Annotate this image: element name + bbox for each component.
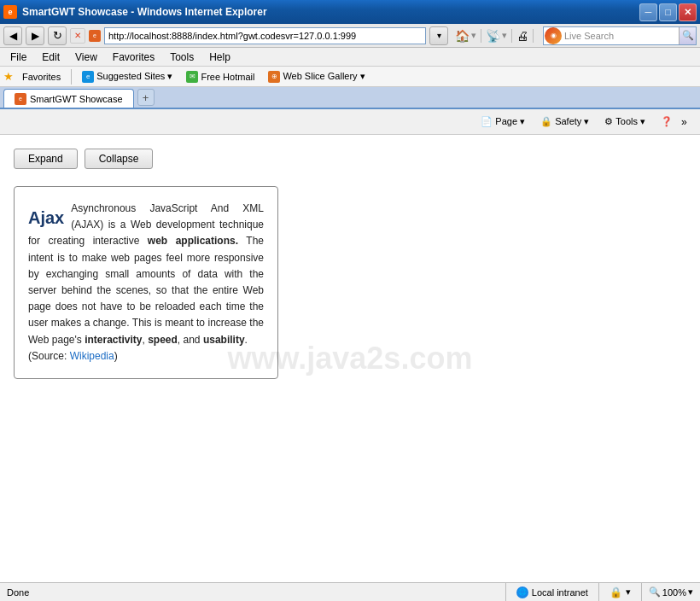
- security-dropdown[interactable]: ▾: [626, 586, 631, 598]
- zoom-icon: 🔍: [649, 586, 661, 598]
- status-right: 🌐 Local intranet 🔒 ▾ 🔍 100% ▾: [505, 583, 700, 601]
- speed-bold: speed: [148, 334, 178, 346]
- web-slice-icon: ⊕: [268, 71, 280, 83]
- close-paren: ): [114, 350, 118, 362]
- separator: [481, 29, 481, 43]
- free-hotmail-label: Free Hotmail: [201, 72, 254, 82]
- favorites-bar: ★ Favorites e Suggested Sites ▾ ✉ Free H…: [0, 67, 700, 87]
- tools-menu-button[interactable]: ⚙ Tools ▾: [598, 112, 652, 132]
- home-dropdown[interactable]: ▾: [471, 30, 476, 41]
- favorites-text: Favorites: [22, 72, 61, 82]
- stop-button[interactable]: ✕: [70, 28, 85, 44]
- minimize-button[interactable]: ─: [639, 3, 657, 21]
- menu-edit[interactable]: Edit: [35, 49, 67, 66]
- tab-label: SmartGWT Showcase: [30, 94, 123, 104]
- collapse-button[interactable]: Collapse: [85, 149, 154, 169]
- ajax-title: Ajax: [28, 204, 64, 231]
- suggested-sites-btn[interactable]: e Suggested Sites ▾: [77, 68, 178, 85]
- menu-favorites[interactable]: Favorites: [106, 49, 161, 66]
- web-applications-bold: web applications.: [148, 235, 238, 247]
- lock-icon: 🔒: [610, 586, 622, 598]
- tab-favicon: e: [15, 93, 26, 105]
- security-zone: 🔒 ▾: [598, 583, 641, 601]
- button-row: Expand Collapse: [14, 149, 686, 169]
- usability-bold: usability: [203, 334, 245, 346]
- print-button[interactable]: 🖨: [516, 29, 528, 43]
- tab-smartgwt[interactable]: e SmartGWT Showcase: [3, 89, 134, 108]
- xml-label: XML: [242, 202, 264, 214]
- ajax-content: Ajax Asynchronous JavaScript And XML (AJ…: [28, 201, 264, 365]
- command-bar: 📄 Page ▾ 🔒 Safety ▾ ⚙ Tools ▾ ❓ »: [0, 109, 700, 135]
- safety-menu-button[interactable]: 🔒 Safety ▾: [534, 112, 596, 132]
- url-display: http://localhost:8888/index.html?gwt.cod…: [108, 31, 356, 41]
- menu-bar: File Edit View Favorites Tools Help: [0, 48, 700, 67]
- menu-help[interactable]: Help: [202, 49, 237, 66]
- ajax-mid-text: The intent is to make web pages feel mor…: [28, 235, 264, 345]
- favorites-star-icon: ★: [3, 70, 14, 83]
- refresh-button[interactable]: ↻: [48, 26, 67, 45]
- maximize-button[interactable]: □: [659, 3, 677, 21]
- and-text: , and: [178, 334, 203, 346]
- favorites-label[interactable]: Favorites: [17, 68, 66, 85]
- expand-button[interactable]: Expand: [14, 149, 78, 169]
- nav-icons: 🏠 ▾ 📡 ▾ 🖨: [455, 29, 536, 43]
- web-slice-gallery-label: Web Slice Gallery ▾: [283, 71, 365, 82]
- suggested-sites-label: Suggested Sites ▾: [96, 71, 172, 82]
- content-area: www.java2s.com Expand Collapse Ajax Asyn…: [0, 135, 700, 582]
- ie-fav-icon: e: [82, 71, 94, 83]
- ie-icon: e: [3, 5, 17, 19]
- web-slice-gallery-btn[interactable]: ⊕ Web Slice Gallery ▾: [263, 68, 370, 85]
- fav-separator1: [71, 69, 72, 85]
- search-input[interactable]: Live Search: [563, 31, 679, 41]
- title-bar-left: e SmartGWT Showcase - Windows Internet E…: [3, 5, 267, 19]
- menu-tools[interactable]: Tools: [163, 49, 201, 66]
- status-text: Done: [0, 587, 505, 598]
- close-button[interactable]: ✕: [679, 3, 697, 21]
- wikipedia-link[interactable]: Wikipedia: [70, 350, 114, 362]
- feeds-button[interactable]: 📡: [486, 29, 500, 43]
- window-controls[interactable]: ─ □ ✕: [639, 3, 697, 21]
- address-dropdown-btn[interactable]: ▾: [429, 26, 448, 45]
- menu-view[interactable]: View: [68, 49, 104, 66]
- free-hotmail-btn[interactable]: ✉ Free Hotmail: [181, 68, 260, 85]
- source-text: (Source:: [28, 350, 70, 362]
- separator2: [511, 29, 512, 43]
- hotmail-icon: ✉: [186, 71, 198, 83]
- menu-file[interactable]: File: [3, 49, 33, 66]
- page-menu-button[interactable]: 📄 Page ▾: [474, 112, 532, 132]
- title-bar: e SmartGWT Showcase - Windows Internet E…: [0, 0, 700, 24]
- new-tab-button[interactable]: +: [137, 89, 155, 106]
- cmd-expand: »: [681, 116, 695, 128]
- help-menu-button[interactable]: ❓: [654, 112, 680, 132]
- zoom-dropdown[interactable]: ▾: [688, 586, 693, 598]
- interactivity-bold: interactivity: [85, 334, 142, 346]
- search-button[interactable]: 🔍: [679, 27, 696, 44]
- window-title: SmartGWT Showcase - Windows Internet Exp…: [22, 6, 267, 18]
- intranet-icon: 🌐: [516, 586, 528, 598]
- zone-label: Local intranet: [532, 587, 588, 598]
- separator3: [533, 29, 534, 43]
- ajax-info-box: Ajax Asynchronous JavaScript And XML (AJ…: [14, 186, 278, 379]
- feeds-dropdown[interactable]: ▾: [502, 30, 507, 41]
- zoom-label: 100%: [662, 587, 686, 598]
- home-button[interactable]: 🏠: [455, 29, 470, 43]
- period: .: [245, 334, 248, 346]
- search-engine-icon: ◉: [545, 27, 562, 44]
- address-bar: ◀ ▶ ↻ ✕ e http://localhost:8888/index.ht…: [0, 24, 700, 48]
- status-zone: 🌐 Local intranet: [505, 583, 598, 601]
- search-area[interactable]: ◉ Live Search 🔍: [543, 26, 697, 45]
- tab-bar: e SmartGWT Showcase +: [0, 87, 700, 109]
- status-bar: Done 🌐 Local intranet 🔒 ▾ 🔍 100% ▾: [0, 582, 700, 601]
- forward-button[interactable]: ▶: [26, 26, 44, 45]
- zoom-control[interactable]: 🔍 100% ▾: [641, 583, 700, 601]
- address-input[interactable]: http://localhost:8888/index.html?gwt.cod…: [104, 27, 426, 44]
- page-icon: e: [89, 30, 101, 42]
- back-button[interactable]: ◀: [3, 26, 22, 45]
